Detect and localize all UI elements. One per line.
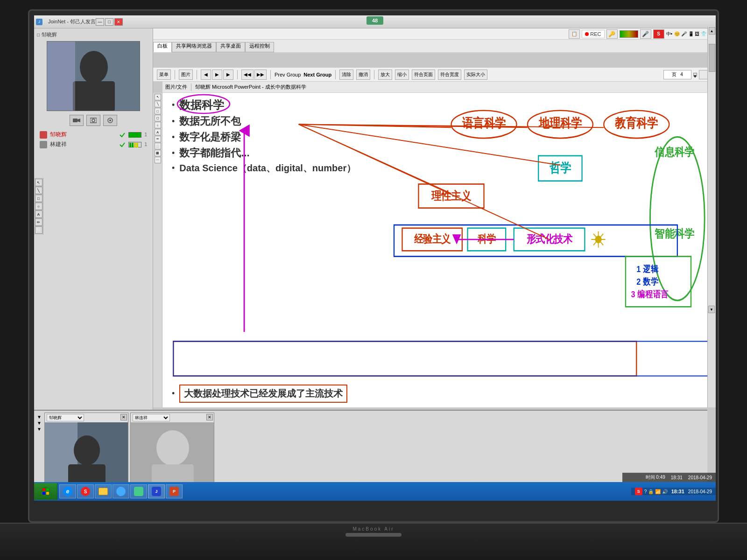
thumb-2-close[interactable]: ✕ [206,414,213,420]
window-controls: — □ ✕ [96,18,126,26]
toolbar-images[interactable]: 图片 [179,70,193,80]
sep-3 [237,70,238,79]
draw-tool-1[interactable]: ↖ [155,94,161,100]
tab-desktop[interactable]: 共享桌面 [216,42,245,52]
tab-browser[interactable]: 共享网络浏览器 [172,42,216,52]
taskbar-joinnet[interactable]: J [148,484,165,498]
page-input[interactable]: 页 4 [663,70,691,79]
svg-text:经验主义: 经验主义 [414,233,451,245]
sep-1 [175,70,175,79]
btn-next-slide[interactable]: ▶ [223,70,233,80]
svg-text:理性主义: 理性主义 [431,189,472,203]
toolbar-icon-1[interactable]: 📋 [569,29,580,39]
screenshot-btn[interactable] [86,115,100,126]
rec-button[interactable]: REC [582,30,604,38]
scroll-down-btn[interactable]: ▼ [708,306,715,313]
camera-btn[interactable] [70,115,84,126]
draw-tool-3[interactable]: □ [155,108,161,114]
tray-time: 18:31 [669,489,686,494]
draw-tool-7[interactable]: ✏ [155,136,161,142]
p2-num: 1 [144,142,147,147]
list-item: 林建祥 1 [38,140,149,149]
minimize-button[interactable]: — [96,18,104,26]
scroll-thumb[interactable] [709,44,715,72]
participant-controls [36,113,151,128]
btn-size-up[interactable]: ▶▶ [254,70,267,80]
duration-label: 时间 0:49 [646,474,665,481]
btn-actual-size[interactable]: 实际大小 [464,70,487,80]
draw-tool-8[interactable]: ⬜ [155,143,161,149]
pen-tool[interactable]: ✏ [35,218,42,226]
btn-undo[interactable]: 撤消 [356,70,370,80]
select-tool[interactable]: ╲ [35,187,42,194]
thumb-1-header: 邹晓辉 ✕ [45,413,128,422]
start-button[interactable] [34,483,57,500]
rect-tool[interactable]: □ [35,195,42,202]
taskbar-folder[interactable] [95,484,112,498]
taskbar-sogou[interactable]: S [77,484,94,498]
tray-sogou[interactable]: S [635,488,642,495]
mic-icon[interactable]: 🎤 [640,29,651,39]
toolbar-menu[interactable]: 菜单 [157,70,171,80]
slide-tool-strip: ↖ ╲ □ ◻ ○ A ✏ ⬜ ▦ ⋯ [153,93,162,407]
taskbar-app5[interactable] [130,484,147,498]
svg-rect-21 [538,156,582,181]
btn-play[interactable]: ▶ [212,70,222,80]
tab-whiteboard[interactable]: 白板 [153,42,172,52]
thumb-1-close[interactable]: ✕ [120,414,127,420]
draw-tool-4[interactable]: ◻ [155,115,161,121]
tab-remote[interactable]: 远程控制 [245,42,274,52]
draw-tool-6[interactable]: A [155,129,161,135]
system-tray: S ? 🔒 📶 🔊 18:31 2018-04-29 [631,488,716,495]
svg-rect-32 [626,256,691,307]
svg-point-19 [650,137,705,300]
thumb-2-select[interactable]: 林连祥 [133,414,170,421]
taskbar-app6[interactable]: P [166,484,183,498]
arrow-tool[interactable]: ↖ [35,179,42,186]
taskbar-ie[interactable]: e [59,484,76,498]
page-dropdown[interactable]: ▾ [693,73,697,77]
svg-text:1 逻辑: 1 逻辑 [636,264,659,274]
maximize-button[interactable]: □ [105,18,113,26]
btn-fit-page[interactable]: 符合页面 [412,70,435,80]
svg-text:哲学: 哲学 [549,161,571,175]
close-button[interactable]: ✕ [114,18,123,26]
time-display: 时间 0:49 18:31 2018-04-29 [622,473,716,482]
bullet-1-row: • 数据科学 [172,98,544,112]
svg-point-16 [604,111,669,138]
btn-zoom-in[interactable]: 放大 [378,70,392,80]
btn-prev-slide[interactable]: ◀ [201,70,211,80]
thumb-1-select[interactable]: 邹晓辉 [47,414,84,421]
thumb-move-btn[interactable]: ▼ [37,427,42,432]
draw-tool-9[interactable]: ▦ [155,150,161,156]
svg-rect-31 [394,225,677,256]
thumb-collapse-btn[interactable]: ▼ [37,420,42,426]
svg-rect-23 [418,184,484,208]
monitor-bezel: J JoinNet - 邻己人发言 48 — □ ✕ 文件(F) 工具(T) 设… [28,9,719,523]
scrollbar-vertical[interactable]: ▲ ▼ [707,27,716,407]
draw-tool-2[interactable]: ╲ [155,101,161,107]
text-tool[interactable]: A [35,210,42,218]
eraser-tool[interactable]: ⬜ [35,226,42,234]
main-video-preview [47,41,140,111]
btn-size-down[interactable]: ◀◀ [241,70,254,80]
btn-prev-group[interactable]: Prev Group [275,72,301,77]
btn-fit-width[interactable]: 符合宽度 [438,70,461,80]
circle-tool[interactable]: ○ [35,203,42,210]
thumb-expand-btn[interactable]: ▼ [37,414,42,420]
svg-rect-48 [173,341,636,376]
btn-clear[interactable]: 清除 [339,70,353,80]
monitor-screen: J JoinNet - 邻己人发言 48 — □ ✕ 文件(F) 工具(T) 设… [34,15,716,501]
app-icon: J [36,19,42,25]
btn-zoom-out[interactable]: 缩小 [395,70,409,80]
participant-name: 邹晓辉 [42,31,57,38]
taskbar-app4[interactable] [113,484,129,498]
svg-rect-27 [468,228,506,251]
toolbar-icon-2[interactable]: 🔑 [606,29,618,39]
record-btn[interactable] [103,115,117,126]
draw-tool-5[interactable]: ○ [155,122,161,128]
btn-next-group[interactable]: Next Group [303,72,331,77]
scroll-up-btn[interactable]: ▲ [709,27,715,35]
svg-text:3 编程语言: 3 编程语言 [631,289,669,299]
draw-tool-10[interactable]: ⋯ [155,157,161,163]
